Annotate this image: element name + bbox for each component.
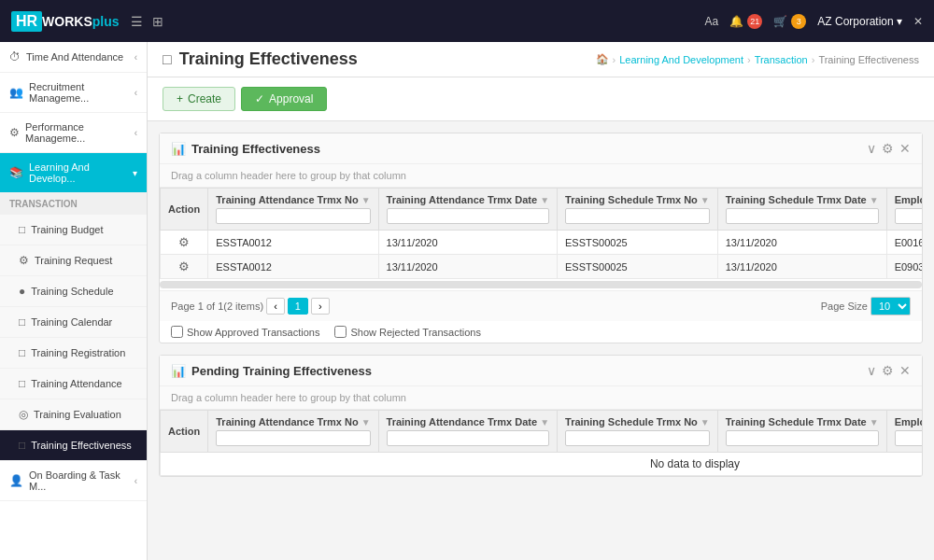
approval-tab[interactable]: ✓ Approval — [241, 87, 327, 111]
row2-gear-btn[interactable]: ⚙ — [178, 259, 190, 273]
drag-hint-te: Drag a column header here to group by th… — [160, 164, 922, 188]
attendance-icon: □ — [19, 377, 25, 390]
row1-ts-trx-no: ESSTS00025 — [558, 231, 718, 255]
card-header-pending: 📊 Pending Training Effectiveness ∨ ⚙ ✕ — [160, 356, 922, 386]
horizontal-scrollbar[interactable] — [160, 281, 922, 288]
sidebar-label-training-evaluation: Training Evaluation — [34, 409, 121, 420]
row2-action: ⚙ — [161, 255, 208, 279]
show-approved-label[interactable]: Show Approved Transactions — [171, 326, 319, 338]
no-data-row: No data to display — [161, 453, 923, 476]
sidebar-label-training-budget: Training Budget — [31, 224, 103, 235]
settings-icon[interactable]: ⚙ — [882, 141, 894, 156]
cart-btn[interactable]: 🛒 3 — [773, 14, 806, 29]
table-row: ⚙ ESSTA0012 13/11/2020 ESSTS00025 13/11/… — [161, 255, 923, 279]
row1-ta-trx-no: ESSTA0012 — [208, 231, 378, 255]
filter-emp-code-name[interactable] — [895, 208, 922, 224]
sidebar-item-training-budget[interactable]: □ Training Budget — [0, 215, 147, 245]
sidebar-item-training-evaluation[interactable]: ◎ Training Evaluation — [0, 399, 147, 430]
sidebar-item-training-request[interactable]: ⚙ Training Request — [0, 245, 147, 276]
chevron-left-icon-2: ‹ — [134, 88, 137, 98]
breadcrumb-learning[interactable]: Learning And Development — [619, 54, 743, 65]
close-card-icon-2[interactable]: ✕ — [899, 363, 911, 378]
row1-gear-btn[interactable]: ⚙ — [178, 235, 190, 249]
next-page-btn[interactable]: › — [311, 298, 330, 315]
close-card-icon[interactable]: ✕ — [899, 141, 911, 156]
font-size-btn[interactable]: Aa — [705, 15, 719, 28]
grid-icon[interactable]: ⊞ — [152, 14, 163, 29]
schedule-icon: ● — [19, 285, 25, 298]
sidebar-item-onboarding[interactable]: 👤 On Boarding & Task M... ‹ — [0, 461, 147, 501]
sidebar-item-training-effectiveness[interactable]: □ Training Effectiveness — [0, 430, 147, 461]
cart-icon: 🛒 — [773, 15, 787, 28]
card-title-text-te: Training Effectiveness — [191, 142, 320, 156]
th-action: Action — [161, 189, 208, 231]
pfilter-ts-trx-no[interactable] — [565, 430, 710, 446]
effectiveness-icon: □ — [19, 439, 25, 452]
filter-ta-trx-date[interactable] — [387, 208, 549, 224]
collapse-icon[interactable]: ∨ — [867, 141, 876, 156]
sidebar-item-training-schedule[interactable]: ● Training Schedule — [0, 276, 147, 307]
chevron-down-icon: ▾ — [133, 168, 137, 178]
sidebar-label-recruitment: Recruitment Manageme... — [29, 81, 134, 104]
page-title: Training Effectiveness — [179, 49, 358, 69]
show-rejected-checkbox[interactable] — [334, 326, 347, 338]
close-icon[interactable]: ✕ — [913, 15, 923, 28]
prev-page-btn[interactable]: ‹ — [266, 298, 285, 315]
filter-ta-trx-no[interactable] — [216, 208, 370, 224]
sidebar-item-time-attendance[interactable]: ⏱ Time And Attendance ‹ — [0, 42, 147, 73]
nav-left: HR WORKSplus ☰ ⊞ — [11, 11, 163, 32]
pfilter-ts-trx-date[interactable] — [726, 430, 879, 446]
create-tab[interactable]: + Create — [163, 87, 235, 111]
sidebar-label-time: Time And Attendance — [26, 51, 123, 63]
te-table: Action Training Attendance Trmx No▼ Trai… — [160, 188, 922, 279]
drag-hint-pending: Drag a column header here to group by th… — [160, 386, 922, 410]
card-title-text-pending: Pending Training Effectiveness — [191, 364, 372, 378]
bar-chart-icon: 📊 — [171, 142, 186, 156]
page-1-btn[interactable]: 1 — [288, 298, 308, 315]
filter-ts-trx-no[interactable] — [565, 208, 710, 224]
bell-icon: 🔔 — [729, 15, 743, 28]
time-icon: ⏱ — [9, 50, 21, 63]
filter-ts-trx-date[interactable] — [726, 208, 879, 224]
pagination-info: Page 1 of 1(2 items) ‹ 1 › — [171, 298, 330, 315]
sidebar-item-training-registration[interactable]: □ Training Registration — [0, 338, 147, 369]
app-logo[interactable]: HR WORKSplus — [11, 11, 120, 32]
sidebar-label-performance: Performance Manageme... — [25, 121, 134, 144]
show-rejected-label[interactable]: Show Rejected Transactions — [334, 326, 480, 338]
sidebar-item-recruitment[interactable]: 👥 Recruitment Manageme... ‹ — [0, 73, 147, 113]
sidebar-item-training-calendar[interactable]: □ Training Calendar — [0, 307, 147, 338]
row2-ts-trx-date: 13/11/2020 — [717, 255, 886, 279]
th-ts-trx-no: Training Schedule Trmx No▼ — [558, 189, 718, 231]
home-icon[interactable]: 🏠 — [596, 53, 609, 65]
hamburger-icon[interactable]: ☰ — [131, 14, 143, 29]
learning-submenu: Transaction □ Training Budget ⚙ Training… — [0, 193, 147, 461]
settings-icon-2[interactable]: ⚙ — [882, 363, 894, 378]
table-row: ⚙ ESSTA0012 13/11/2020 ESSTS00025 13/11/… — [161, 231, 923, 255]
row2-emp-code-name: E0903-A Althaf — [886, 255, 922, 279]
sidebar-item-performance[interactable]: ⚙ Performance Manageme... ‹ — [0, 113, 147, 153]
notifications-btn[interactable]: 🔔 21 — [729, 14, 762, 29]
evaluation-icon: ◎ — [19, 408, 28, 421]
pfilter-ta-trx-date[interactable] — [387, 430, 549, 446]
table-scroll-te[interactable]: Action Training Attendance Trmx No▼ Trai… — [160, 188, 922, 279]
sidebar-item-learning[interactable]: 📚 Learning And Develop... ▾ — [0, 153, 147, 193]
pfilter-ta-trx-no[interactable] — [216, 430, 370, 446]
pth-ts-trx-no: Training Schedule Trmx No▼ — [558, 411, 718, 453]
sidebar-label-learning: Learning And Develop... — [29, 161, 133, 184]
breadcrumb-transaction[interactable]: Transaction — [755, 54, 808, 65]
sidebar-item-training-attendance[interactable]: □ Training Attendance — [0, 369, 147, 399]
show-approved-checkbox[interactable] — [171, 326, 183, 338]
row1-ts-trx-date: 13/11/2020 — [717, 231, 886, 255]
corporation-menu[interactable]: AZ Corporation ▾ — [817, 15, 902, 28]
pfilter-emp-code-name[interactable] — [895, 430, 922, 446]
registration-icon: □ — [19, 346, 25, 359]
card-controls-pending: ∨ ⚙ ✕ — [867, 363, 911, 378]
row2-ts-trx-no: ESSTS00025 — [558, 255, 718, 279]
calendar-icon: □ — [19, 315, 25, 329]
table-scroll-pending[interactable]: Action Training Attendance Trmx No▼ Trai… — [160, 410, 922, 476]
budget-icon: □ — [19, 223, 25, 236]
th-ta-trx-no: Training Attendance Trmx No▼ — [208, 189, 378, 231]
collapse-icon-2[interactable]: ∨ — [867, 363, 876, 378]
page-size-select[interactable]: 10 20 50 — [870, 297, 911, 315]
bar-chart-icon-2: 📊 — [171, 364, 186, 378]
